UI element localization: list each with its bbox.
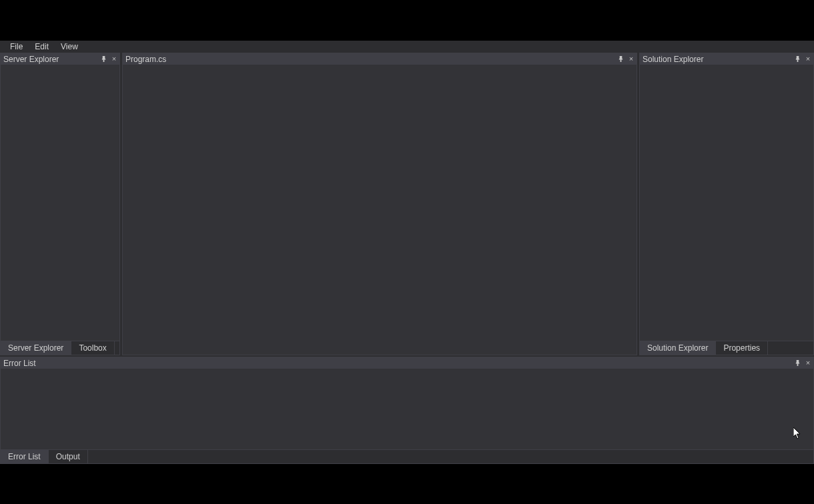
- menu-view[interactable]: View: [55, 41, 84, 52]
- server-explorer-panel: Server Explorer × Server Explorer Toolbo…: [0, 53, 120, 355]
- pin-icon[interactable]: [615, 54, 626, 65]
- tab-toolbox[interactable]: Toolbox: [71, 341, 114, 355]
- tab-server-explorer[interactable]: Server Explorer: [1, 341, 71, 355]
- tab-error-list[interactable]: Error List: [1, 450, 49, 463]
- pin-icon[interactable]: [792, 358, 803, 369]
- error-list-content: [1, 369, 813, 449]
- tab-output[interactable]: Output: [49, 450, 88, 463]
- top-dock-row: Server Explorer × Server Explorer Toolbo…: [0, 53, 814, 355]
- editor-tab-title: Program.cs: [125, 55, 166, 64]
- solution-explorer-panel: Solution Explorer × Solution Explorer Pr…: [639, 53, 814, 355]
- panel-title: Server Explorer: [3, 55, 59, 64]
- close-icon[interactable]: ×: [626, 54, 637, 65]
- tab-solution-explorer[interactable]: Solution Explorer: [640, 341, 716, 355]
- editor-titlebar[interactable]: Program.cs ×: [123, 53, 637, 65]
- panel-title: Error List: [3, 359, 36, 368]
- editor-panel: Program.cs ×: [122, 53, 637, 355]
- bottom-panel-tabs: Error List Output: [1, 449, 813, 463]
- bottom-dock-row: Error List × Error List Output: [0, 357, 814, 464]
- close-icon[interactable]: ×: [803, 54, 813, 65]
- error-list-titlebar[interactable]: Error List ×: [1, 357, 813, 369]
- tab-properties[interactable]: Properties: [716, 341, 768, 355]
- close-icon[interactable]: ×: [803, 358, 813, 369]
- right-panel-tabs: Solution Explorer Properties: [640, 341, 813, 355]
- server-explorer-content: [1, 65, 119, 341]
- panel-title: Solution Explorer: [643, 55, 703, 64]
- solution-explorer-titlebar[interactable]: Solution Explorer ×: [640, 53, 813, 65]
- pin-icon[interactable]: [792, 54, 803, 65]
- menu-edit[interactable]: Edit: [29, 41, 55, 52]
- error-list-panel: Error List × Error List Output: [0, 357, 814, 464]
- pin-icon[interactable]: [98, 54, 109, 65]
- solution-explorer-content: [640, 65, 813, 341]
- ide-window: File Edit View Server Explorer × Server …: [0, 41, 814, 464]
- editor-content[interactable]: [123, 65, 637, 355]
- menu-file[interactable]: File: [4, 41, 29, 52]
- menu-bar: File Edit View: [0, 41, 814, 53]
- close-icon[interactable]: ×: [109, 54, 119, 65]
- left-panel-tabs: Server Explorer Toolbox: [1, 341, 119, 355]
- server-explorer-titlebar[interactable]: Server Explorer ×: [1, 53, 119, 65]
